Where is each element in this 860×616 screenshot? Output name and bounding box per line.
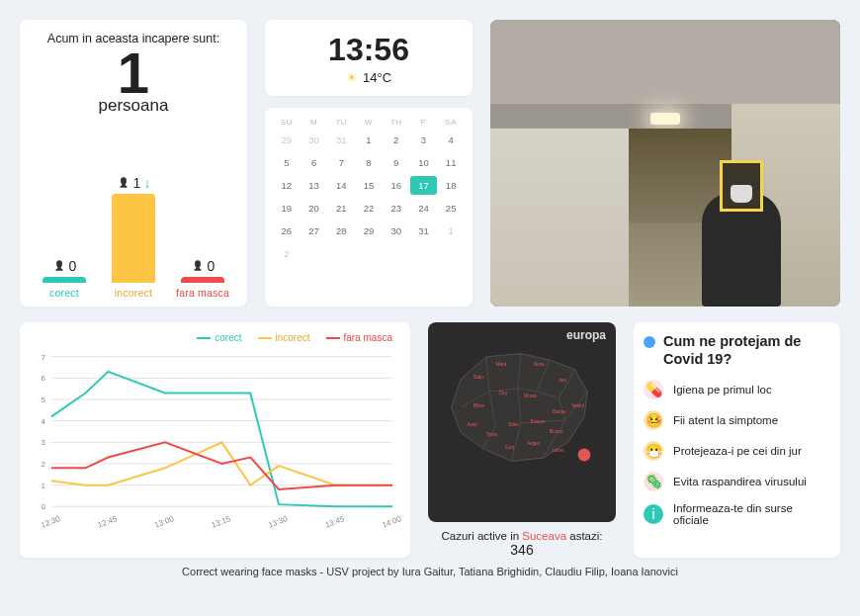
calendar-day-dim[interactable]: 2 bbox=[273, 244, 301, 263]
calendar-day[interactable]: 26 bbox=[273, 221, 301, 240]
calendar-day[interactable]: 3 bbox=[410, 131, 438, 149]
tip-item: 🦠Evita raspandirea virusului bbox=[644, 472, 826, 491]
calendar-day[interactable]: 22 bbox=[355, 199, 383, 218]
svg-text:Satu: Satu bbox=[473, 375, 483, 380]
bar-count-nomask: 0 bbox=[208, 258, 215, 274]
tips-title: Cum ne protejam de Covid 19? bbox=[663, 332, 826, 368]
tip-text: Protejeaza-i pe cei din jur bbox=[673, 445, 802, 457]
series-fara-masca bbox=[51, 442, 392, 489]
svg-text:Arges: Arges bbox=[527, 441, 540, 446]
tip-item: 💊Igiena pe primul loc bbox=[644, 380, 826, 399]
calendar-day[interactable]: 16 bbox=[383, 176, 410, 195]
calendar-day[interactable]: 12 bbox=[273, 176, 301, 195]
calendar-day[interactable]: 21 bbox=[327, 199, 355, 218]
svg-text:Arad: Arad bbox=[468, 422, 477, 427]
calendar-day[interactable]: 31 bbox=[410, 221, 438, 240]
calendar-day[interactable]: 17 bbox=[410, 176, 438, 195]
calendar-day[interactable]: 6 bbox=[301, 153, 328, 172]
calendar-day[interactable]: 13 bbox=[301, 176, 328, 195]
people-panel: Acum in aceasta incapere sunt: 1 persoan… bbox=[20, 20, 247, 307]
calendar-day[interactable]: 24 bbox=[410, 199, 438, 218]
calendar-day[interactable]: 11 bbox=[437, 153, 465, 172]
calendar-day[interactable]: 19 bbox=[273, 199, 301, 218]
camera-feed bbox=[490, 20, 840, 307]
tip-text: Igiena pe primul loc bbox=[673, 384, 772, 396]
calendar-day-dim[interactable]: 31 bbox=[327, 131, 355, 149]
head-icon bbox=[52, 259, 66, 273]
map-caption: Cazuri active in Suceava astazi: 346 bbox=[428, 530, 616, 558]
footer-credit: Correct wearing face masks - USV project… bbox=[20, 566, 840, 577]
calendar-day[interactable]: 5 bbox=[273, 153, 301, 172]
clock-time: 13:56 bbox=[273, 32, 465, 68]
calendar-day[interactable]: 1 bbox=[355, 131, 383, 149]
svg-text:4: 4 bbox=[42, 417, 46, 426]
calendar-day[interactable]: 4 bbox=[437, 131, 465, 149]
svg-text:Brasov: Brasov bbox=[531, 419, 547, 424]
calendar-dow: SU bbox=[273, 118, 301, 127]
calendar-card: SUMTUWTHFSA29303112345678910111213141516… bbox=[265, 108, 473, 307]
svg-text:3: 3 bbox=[42, 438, 46, 447]
calendar-day[interactable]: 23 bbox=[383, 199, 410, 218]
calendar-day-dim[interactable]: 30 bbox=[301, 131, 328, 149]
svg-text:12:45: 12:45 bbox=[97, 514, 119, 529]
map-caption-suffix: astazi: bbox=[566, 530, 602, 542]
svg-text:Suce: Suce bbox=[534, 362, 545, 367]
map-caption-region: Suceava bbox=[522, 530, 566, 542]
face-detection-box bbox=[720, 160, 763, 212]
svg-text:12:30: 12:30 bbox=[40, 514, 61, 529]
pill-icon: 💊 bbox=[644, 380, 663, 399]
svg-text:13:30: 13:30 bbox=[267, 514, 289, 529]
svg-text:14:00: 14:00 bbox=[381, 514, 402, 529]
calendar-day[interactable]: 15 bbox=[355, 176, 383, 195]
clock-card: 13:56 ☀ 14°C bbox=[265, 20, 473, 96]
svg-text:0: 0 bbox=[42, 502, 46, 511]
svg-text:13:15: 13:15 bbox=[211, 514, 232, 529]
map-caption-value: 346 bbox=[428, 542, 616, 558]
calendar-day-dim[interactable]: 1 bbox=[437, 221, 465, 240]
calendar-day[interactable]: 20 bbox=[301, 199, 328, 218]
calendar-day[interactable]: 27 bbox=[301, 221, 328, 240]
calendar-day[interactable]: 29 bbox=[355, 221, 383, 240]
calendar-day[interactable]: 2 bbox=[383, 131, 410, 149]
bar-corect bbox=[43, 277, 86, 283]
head-icon bbox=[117, 176, 130, 190]
mask-bar-chart: 0 corect 1 ↓ incorect 0 bbox=[30, 124, 237, 299]
people-unit: persoana bbox=[30, 96, 237, 116]
tips-panel: Cum ne protejam de Covid 19? 💊Igiena pe … bbox=[634, 322, 840, 558]
bar-label-nomask: fara masca bbox=[176, 287, 229, 299]
calendar-day-dim[interactable]: 29 bbox=[273, 131, 301, 149]
calendar-day[interactable]: 30 bbox=[383, 221, 410, 240]
svg-text:13:00: 13:00 bbox=[153, 514, 175, 529]
calendar-day[interactable]: 28 bbox=[327, 221, 355, 240]
head-icon bbox=[191, 259, 205, 273]
bar-count-corect: 0 bbox=[69, 258, 77, 274]
calendar-day[interactable]: 9 bbox=[383, 153, 410, 172]
svg-text:Gorj: Gorj bbox=[505, 445, 514, 450]
sick-icon: 🤒 bbox=[644, 410, 663, 430]
chart-svg: 0123456712:3012:4513:0013:1513:3013:4514… bbox=[28, 330, 402, 533]
svg-text:Bacau: Bacau bbox=[553, 409, 566, 414]
svg-text:Mara: Mara bbox=[495, 362, 506, 367]
calendar-day[interactable]: 7 bbox=[327, 153, 355, 172]
legend-corect: corect bbox=[215, 332, 241, 343]
tip-text: Fii atent la simptome bbox=[673, 414, 778, 426]
tip-item: 😷Protejeaza-i pe cei din jur bbox=[644, 441, 826, 461]
calendar-day[interactable]: 14 bbox=[327, 176, 355, 195]
svg-text:Buzau: Buzau bbox=[550, 429, 563, 434]
bar-incorect bbox=[112, 194, 155, 283]
calendar-dow: W bbox=[355, 118, 383, 127]
calendar-dow: F bbox=[410, 118, 438, 127]
calendar-dow: M bbox=[301, 118, 328, 127]
chart-legend: corect incorect fara masca bbox=[197, 332, 392, 343]
calendar-day[interactable]: 18 bbox=[437, 176, 465, 195]
svg-text:7: 7 bbox=[42, 353, 46, 362]
calendar-day[interactable]: 10 bbox=[410, 153, 438, 172]
calendar-day[interactable]: 8 bbox=[355, 153, 383, 172]
tip-text: Informeaza-te din surse oficiale bbox=[673, 502, 826, 526]
tip-item: 🤒Fii atent la simptome bbox=[644, 410, 826, 430]
svg-text:5: 5 bbox=[42, 396, 46, 404]
calendar-day[interactable]: 25 bbox=[437, 199, 465, 218]
tip-text: Evita raspandirea virusului bbox=[673, 476, 807, 487]
svg-text:2: 2 bbox=[42, 460, 46, 469]
svg-text:Ialom: Ialom bbox=[553, 448, 564, 453]
